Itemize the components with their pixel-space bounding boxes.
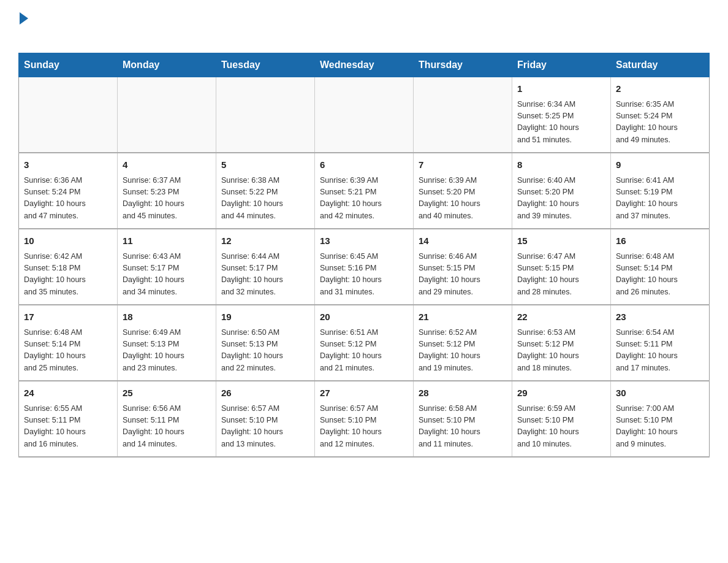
calendar-cell: 8Sunrise: 6:40 AMSunset: 5:20 PMDaylight… xyxy=(512,153,611,229)
day-info: Sunrise: 6:43 AMSunset: 5:17 PMDaylight:… xyxy=(123,251,211,299)
day-number: 6 xyxy=(320,158,408,172)
day-info: Sunrise: 6:50 AMSunset: 5:13 PMDaylight:… xyxy=(221,327,309,375)
calendar-table: SundayMondayTuesdayWednesdayThursdayFrid… xyxy=(18,53,710,458)
calendar-cell: 29Sunrise: 6:59 AMSunset: 5:10 PMDayligh… xyxy=(512,381,611,457)
weekday-friday: Friday xyxy=(512,53,611,77)
day-info: Sunrise: 6:35 AMSunset: 5:24 PMDaylight:… xyxy=(616,99,704,147)
weekday-header-row: SundayMondayTuesdayWednesdayThursdayFrid… xyxy=(19,53,710,77)
calendar-cell: 9Sunrise: 6:41 AMSunset: 5:19 PMDaylight… xyxy=(611,153,710,229)
day-number: 22 xyxy=(517,310,605,324)
day-number: 28 xyxy=(419,386,507,400)
day-number: 18 xyxy=(123,310,211,324)
day-info: Sunrise: 6:49 AMSunset: 5:13 PMDaylight:… xyxy=(123,327,211,375)
day-info: Sunrise: 6:40 AMSunset: 5:20 PMDaylight:… xyxy=(517,175,605,223)
logo xyxy=(18,12,28,40)
calendar-row-0: 1Sunrise: 6:34 AMSunset: 5:25 PMDaylight… xyxy=(19,77,710,153)
calendar-cell: 19Sunrise: 6:50 AMSunset: 5:13 PMDayligh… xyxy=(216,305,315,381)
day-info: Sunrise: 6:37 AMSunset: 5:23 PMDaylight:… xyxy=(123,175,211,223)
calendar-cell: 20Sunrise: 6:51 AMSunset: 5:12 PMDayligh… xyxy=(315,305,414,381)
calendar-row-1: 3Sunrise: 6:36 AMSunset: 5:24 PMDaylight… xyxy=(19,153,710,229)
day-info: Sunrise: 7:00 AMSunset: 5:10 PMDaylight:… xyxy=(616,403,704,451)
day-info: Sunrise: 6:58 AMSunset: 5:10 PMDaylight:… xyxy=(419,403,507,451)
day-number: 30 xyxy=(616,386,704,400)
day-info: Sunrise: 6:54 AMSunset: 5:11 PMDaylight:… xyxy=(616,327,704,375)
calendar-cell: 1Sunrise: 6:34 AMSunset: 5:25 PMDaylight… xyxy=(512,77,611,153)
calendar-cell: 24Sunrise: 6:55 AMSunset: 5:11 PMDayligh… xyxy=(19,381,118,457)
day-number: 14 xyxy=(419,234,507,248)
day-number: 11 xyxy=(123,234,211,248)
calendar-cell: 2Sunrise: 6:35 AMSunset: 5:24 PMDaylight… xyxy=(611,77,710,153)
day-number: 3 xyxy=(24,158,112,172)
day-info: Sunrise: 6:47 AMSunset: 5:15 PMDaylight:… xyxy=(517,251,605,299)
calendar-cell: 27Sunrise: 6:57 AMSunset: 5:10 PMDayligh… xyxy=(315,381,414,457)
day-number: 25 xyxy=(123,386,211,400)
day-info: Sunrise: 6:45 AMSunset: 5:16 PMDaylight:… xyxy=(320,251,408,299)
calendar-cell: 3Sunrise: 6:36 AMSunset: 5:24 PMDaylight… xyxy=(19,153,118,229)
day-info: Sunrise: 6:55 AMSunset: 5:11 PMDaylight:… xyxy=(24,403,112,451)
calendar-cell: 10Sunrise: 6:42 AMSunset: 5:18 PMDayligh… xyxy=(19,229,118,305)
day-number: 29 xyxy=(517,386,605,400)
day-info: Sunrise: 6:41 AMSunset: 5:19 PMDaylight:… xyxy=(616,175,704,223)
day-info: Sunrise: 6:44 AMSunset: 5:17 PMDaylight:… xyxy=(221,251,309,299)
day-info: Sunrise: 6:52 AMSunset: 5:12 PMDaylight:… xyxy=(419,327,507,375)
calendar-header: SundayMondayTuesdayWednesdayThursdayFrid… xyxy=(19,53,710,77)
calendar-cell xyxy=(118,77,216,153)
day-number: 8 xyxy=(517,158,605,172)
day-number: 15 xyxy=(517,234,605,248)
day-info: Sunrise: 6:42 AMSunset: 5:18 PMDaylight:… xyxy=(24,251,112,299)
day-number: 2 xyxy=(616,82,704,96)
calendar-cell: 7Sunrise: 6:39 AMSunset: 5:20 PMDaylight… xyxy=(414,153,512,229)
day-info: Sunrise: 6:53 AMSunset: 5:12 PMDaylight:… xyxy=(517,327,605,375)
calendar-cell: 6Sunrise: 6:39 AMSunset: 5:21 PMDaylight… xyxy=(315,153,414,229)
calendar-cell xyxy=(19,77,118,153)
day-info: Sunrise: 6:38 AMSunset: 5:22 PMDaylight:… xyxy=(221,175,309,223)
calendar-cell: 4Sunrise: 6:37 AMSunset: 5:23 PMDaylight… xyxy=(118,153,216,229)
day-number: 12 xyxy=(221,234,309,248)
calendar-cell: 23Sunrise: 6:54 AMSunset: 5:11 PMDayligh… xyxy=(611,305,710,381)
day-number: 17 xyxy=(24,310,112,324)
weekday-wednesday: Wednesday xyxy=(315,53,414,77)
day-number: 13 xyxy=(320,234,408,248)
calendar-row-2: 10Sunrise: 6:42 AMSunset: 5:18 PMDayligh… xyxy=(19,229,710,305)
calendar-cell xyxy=(414,77,512,153)
day-info: Sunrise: 6:36 AMSunset: 5:24 PMDaylight:… xyxy=(24,175,112,223)
logo-triangle-icon xyxy=(20,12,28,25)
calendar-cell xyxy=(216,77,315,153)
day-info: Sunrise: 6:34 AMSunset: 5:25 PMDaylight:… xyxy=(517,99,605,147)
calendar-cell: 15Sunrise: 6:47 AMSunset: 5:15 PMDayligh… xyxy=(512,229,611,305)
calendar-cell: 30Sunrise: 7:00 AMSunset: 5:10 PMDayligh… xyxy=(611,381,710,457)
day-info: Sunrise: 6:57 AMSunset: 5:10 PMDaylight:… xyxy=(320,403,408,451)
day-number: 21 xyxy=(419,310,507,324)
calendar-cell: 17Sunrise: 6:48 AMSunset: 5:14 PMDayligh… xyxy=(19,305,118,381)
day-number: 5 xyxy=(221,158,309,172)
calendar-cell: 13Sunrise: 6:45 AMSunset: 5:16 PMDayligh… xyxy=(315,229,414,305)
calendar-cell: 28Sunrise: 6:58 AMSunset: 5:10 PMDayligh… xyxy=(414,381,512,457)
calendar-cell: 21Sunrise: 6:52 AMSunset: 5:12 PMDayligh… xyxy=(414,305,512,381)
day-info: Sunrise: 6:39 AMSunset: 5:21 PMDaylight:… xyxy=(320,175,408,223)
day-number: 19 xyxy=(221,310,309,324)
day-info: Sunrise: 6:56 AMSunset: 5:11 PMDaylight:… xyxy=(123,403,211,451)
day-number: 23 xyxy=(616,310,704,324)
page-header xyxy=(18,12,710,40)
day-info: Sunrise: 6:48 AMSunset: 5:14 PMDaylight:… xyxy=(24,327,112,375)
day-info: Sunrise: 6:39 AMSunset: 5:20 PMDaylight:… xyxy=(419,175,507,223)
weekday-thursday: Thursday xyxy=(414,53,512,77)
weekday-sunday: Sunday xyxy=(19,53,118,77)
calendar-cell: 14Sunrise: 6:46 AMSunset: 5:15 PMDayligh… xyxy=(414,229,512,305)
day-info: Sunrise: 6:57 AMSunset: 5:10 PMDaylight:… xyxy=(221,403,309,451)
calendar-cell: 12Sunrise: 6:44 AMSunset: 5:17 PMDayligh… xyxy=(216,229,315,305)
day-number: 9 xyxy=(616,158,704,172)
weekday-monday: Monday xyxy=(118,53,216,77)
day-number: 1 xyxy=(517,82,605,96)
weekday-saturday: Saturday xyxy=(611,53,710,77)
day-number: 20 xyxy=(320,310,408,324)
calendar-cell: 18Sunrise: 6:49 AMSunset: 5:13 PMDayligh… xyxy=(118,305,216,381)
calendar-cell: 5Sunrise: 6:38 AMSunset: 5:22 PMDaylight… xyxy=(216,153,315,229)
day-number: 16 xyxy=(616,234,704,248)
day-info: Sunrise: 6:59 AMSunset: 5:10 PMDaylight:… xyxy=(517,403,605,451)
day-number: 10 xyxy=(24,234,112,248)
day-number: 7 xyxy=(419,158,507,172)
calendar-cell: 25Sunrise: 6:56 AMSunset: 5:11 PMDayligh… xyxy=(118,381,216,457)
weekday-tuesday: Tuesday xyxy=(216,53,315,77)
calendar-row-3: 17Sunrise: 6:48 AMSunset: 5:14 PMDayligh… xyxy=(19,305,710,381)
